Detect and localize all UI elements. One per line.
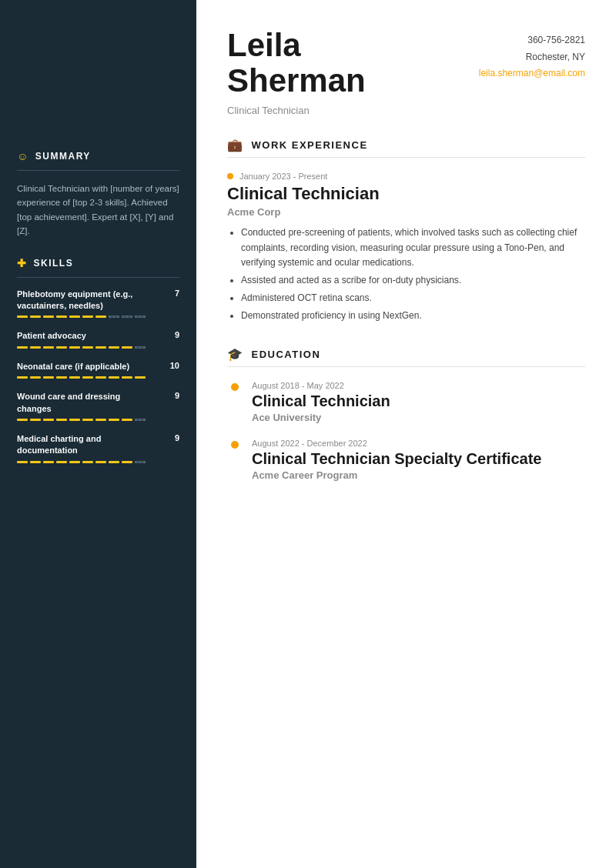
bar-filled-segment — [56, 419, 67, 421]
skills-icon: ✚ — [17, 257, 28, 269]
skill-item: Medical charting and documentation9 — [17, 433, 179, 463]
bar-filled-segment — [43, 315, 54, 318]
skill-bar — [17, 315, 179, 318]
sidebar: ☺ SUMMARY Clinical Technician with [numb… — [0, 0, 196, 868]
bar-filled-segment — [30, 419, 41, 421]
bar-filled-segment — [43, 461, 54, 463]
bar-filled-segment — [17, 461, 28, 463]
bar-filled-segment — [56, 315, 67, 318]
skill-score: 9 — [175, 330, 179, 339]
work-experience-section: 💼 WORK EXPERIENCE January 2023 - Present… — [227, 138, 585, 323]
phone: 360-756-2821 — [479, 32, 585, 49]
skill-score: 10 — [170, 361, 179, 370]
bar-empty-segment — [135, 419, 146, 421]
bar-filled-segment — [56, 346, 67, 349]
job-bullet: Conducted pre-screening of patients, whi… — [241, 225, 585, 270]
bar-filled-segment — [109, 376, 119, 379]
skill-name: Medical charting and documentation — [17, 433, 148, 457]
bar-empty-segment — [109, 315, 119, 318]
bar-filled-segment — [82, 461, 93, 463]
bar-filled-segment — [30, 461, 41, 463]
briefcase-icon: 💼 — [227, 138, 244, 152]
edu-date: August 2018 - May 2022 — [252, 381, 390, 390]
skill-score: 9 — [175, 391, 179, 400]
bar-filled-segment — [95, 315, 106, 318]
bar-filled-segment — [95, 376, 106, 379]
bar-filled-segment — [17, 376, 28, 379]
person-icon: ☺ — [17, 150, 29, 162]
edu-dot — [231, 383, 239, 391]
edu-school: Ace University — [252, 412, 390, 423]
skill-bar — [17, 376, 179, 379]
job-bullet: Demonstrated proficiency in using NextGe… — [241, 309, 585, 323]
skill-bar — [17, 346, 179, 349]
job-company: Acme Corp — [227, 206, 585, 218]
bar-filled-segment — [56, 461, 67, 463]
edu-timeline — [227, 439, 243, 481]
skill-item: Patient advocacy9 — [17, 330, 179, 348]
bar-filled-segment — [122, 346, 132, 349]
bar-filled-segment — [17, 315, 28, 318]
bar-filled-segment — [43, 346, 54, 349]
skills-section: ✚ SKILLS Phlebotomy equipment (e.g., vac… — [0, 257, 196, 463]
contact-block: 360-756-2821 Rochester, NY leila.sherman… — [479, 28, 585, 82]
bar-filled-segment — [95, 461, 106, 463]
bar-filled-segment — [109, 346, 119, 349]
skill-score: 9 — [175, 433, 179, 442]
bar-filled-segment — [30, 376, 41, 379]
bar-filled-segment — [56, 376, 67, 379]
edu-degree: Clinical Technician — [252, 392, 390, 410]
summary-title: ☺ SUMMARY — [17, 150, 179, 162]
name-block: Leila Sherman Clinical Technician — [227, 28, 366, 116]
date-dot — [227, 173, 233, 179]
bar-filled-segment — [82, 315, 93, 318]
bar-filled-segment — [82, 376, 93, 379]
job-bullets: Conducted pre-screening of patients, whi… — [227, 225, 585, 323]
edu-content: August 2018 - May 2022Clinical Technicia… — [243, 381, 390, 423]
education-title: 🎓 EDUCATION — [227, 347, 585, 362]
edu-dot — [231, 441, 239, 449]
skill-bar — [17, 419, 179, 421]
graduation-icon: 🎓 — [227, 347, 244, 362]
skill-item: Wound care and dressing changes9 — [17, 391, 179, 421]
bar-filled-segment — [30, 346, 41, 349]
bar-filled-segment — [82, 346, 93, 349]
main-content: Leila Sherman Clinical Technician 360-75… — [196, 0, 616, 868]
bar-filled-segment — [69, 346, 80, 349]
education-section: 🎓 EDUCATION August 2018 - May 2022Clinic… — [227, 347, 585, 481]
bar-filled-segment — [109, 461, 119, 463]
edu-entry: August 2018 - May 2022Clinical Technicia… — [227, 381, 585, 423]
bar-filled-segment — [122, 376, 132, 379]
bar-filled-segment — [95, 346, 106, 349]
bar-filled-segment — [122, 419, 132, 421]
bar-filled-segment — [109, 419, 119, 421]
job-bullet: Assisted and acted as a scribe for on-du… — [241, 273, 585, 288]
edu-degree: Clinical Technician Specialty Certificat… — [252, 450, 541, 468]
bar-filled-segment — [135, 376, 146, 379]
skill-name: Neonatal care (if applicable) — [17, 361, 129, 372]
bar-filled-segment — [82, 419, 93, 421]
edu-content: August 2022 - December 2022Clinical Tech… — [243, 439, 541, 481]
skill-item: Neonatal care (if applicable)10 — [17, 361, 179, 379]
summary-text: Clinical Technician with [number of year… — [17, 182, 179, 239]
job-entry: January 2023 - PresentClinical Technicia… — [227, 172, 585, 323]
email: leila.sherman@email.com — [479, 65, 585, 82]
skill-item: Phlebotomy equipment (e.g., vacutainers,… — [17, 289, 179, 319]
skills-title: ✚ SKILLS — [17, 257, 179, 269]
skills-list: Phlebotomy equipment (e.g., vacutainers,… — [17, 289, 179, 463]
bar-empty-segment — [122, 315, 132, 318]
skill-name: Phlebotomy equipment (e.g., vacutainers,… — [17, 289, 148, 312]
job-bullet: Administered OCT retina scans. — [241, 291, 585, 305]
bar-filled-segment — [69, 419, 80, 421]
bar-filled-segment — [30, 315, 41, 318]
full-name: Leila Sherman — [227, 28, 366, 98]
resume-header: Leila Sherman Clinical Technician 360-75… — [196, 0, 616, 138]
bar-filled-segment — [122, 461, 132, 463]
edu-entry: August 2022 - December 2022Clinical Tech… — [227, 439, 585, 481]
skill-score: 7 — [175, 289, 179, 298]
location: Rochester, NY — [479, 49, 585, 66]
edu-school: Acme Career Program — [252, 469, 541, 481]
bar-empty-segment — [135, 315, 146, 318]
jobs-list: January 2023 - PresentClinical Technicia… — [227, 172, 585, 323]
bar-filled-segment — [69, 376, 80, 379]
